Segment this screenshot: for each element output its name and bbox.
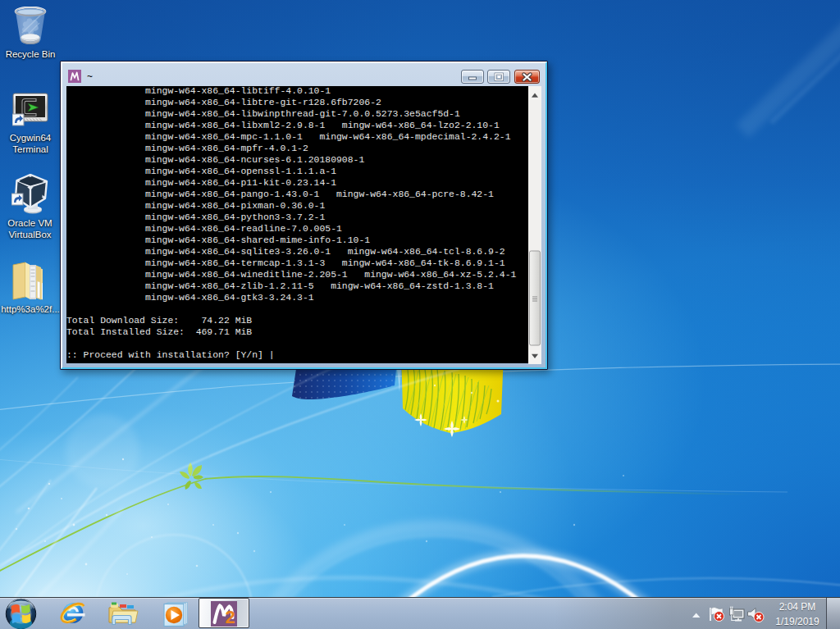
svg-text:2: 2 [226, 607, 235, 627]
